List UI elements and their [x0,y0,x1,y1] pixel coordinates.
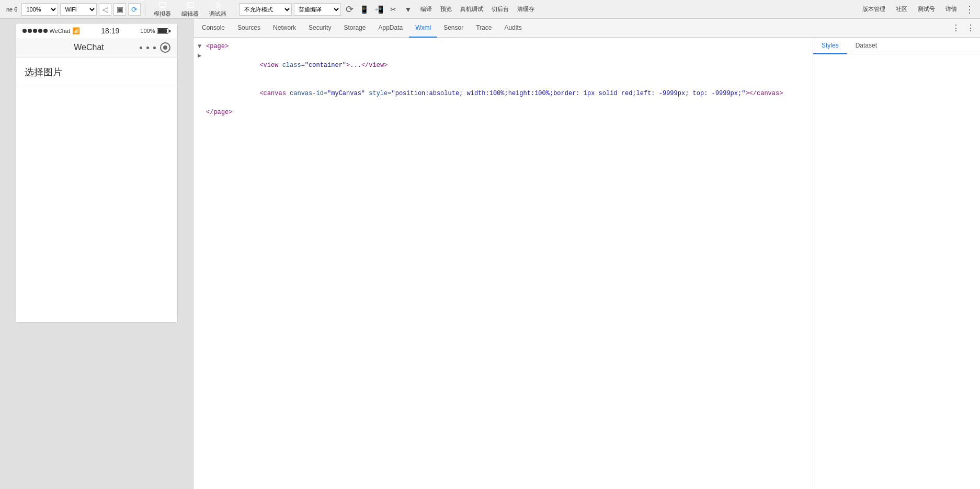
tab-security[interactable]: Security [302,19,337,38]
devtools-tabs-bar: Console Sources Network Security Storage… [193,19,980,38]
wxml-code-editor[interactable]: ▼ <page> ▶ <view class="container">...</… [193,38,813,489]
phone-header-icons [140,42,170,53]
more-options-icon[interactable]: ⋮ [963,3,976,16]
styles-panel: Styles Dataset [813,38,980,489]
refresh-icon[interactable]: ⟳ [128,3,141,16]
toggle-page[interactable]: ▼ [198,42,206,51]
tab-console[interactable]: Console [196,19,231,38]
phone-status-bar: WeChat 📶 18:19 100% [16,24,177,38]
tab-appdata[interactable]: AppData [372,19,409,38]
battery-icon [157,28,170,34]
tab-audits[interactable]: Audits [498,19,528,38]
code-area: ▼ <page> ▶ <view class="container">...</… [193,38,980,489]
fullscreen-icon[interactable]: ▣ [113,3,126,16]
menu-dot-3 [153,46,156,49]
device-icon[interactable]: 📲 [372,3,385,16]
record-button[interactable] [160,42,170,53]
styles-tabs-bar: Styles Dataset [813,38,980,54]
simulator-btn[interactable]: 模拟器 [150,0,175,19]
devtools-panel: Console Sources Network Security Storage… [193,19,980,489]
compile-btn[interactable]: 编译 [416,4,436,14]
detail-btn[interactable]: 详情 [941,4,961,14]
more-icon[interactable]: ▼ [402,3,414,16]
network-select[interactable]: WiFi [60,3,97,16]
tab-sources[interactable]: Sources [231,19,267,38]
code-line-4: </page> [193,108,813,117]
signal-dot-1 [22,29,27,33]
wifi-icon: 📶 [72,27,80,34]
code-line-2: ▶ <view class="container">...</view> [193,51,813,79]
phone-frame: WeChat 📶 18:19 100% WeChat [16,23,178,323]
phone-app-header: WeChat [16,38,177,57]
signal-dot-5 [43,29,48,33]
wechat-brand: WeChat [50,28,71,34]
preview-btn[interactable]: 预览 [436,4,456,14]
editor-label: 编辑器 [181,10,199,18]
code-line-3: <canvas canvas-id="myCanvas" style="posi… [193,79,813,108]
clean-save-btn[interactable]: 清缓存 [513,4,539,14]
signal-dot-3 [33,29,37,33]
tab-wxml[interactable]: Wxml [409,19,437,38]
real-device-btn[interactable]: 真机调试 [456,4,487,14]
sound-off-icon[interactable]: ◁ [99,3,111,16]
devtools-settings-icon[interactable]: ⋮ [949,21,963,36]
status-right: 100% [140,28,170,34]
record-inner [163,45,167,50]
compile-icon[interactable]: ⟳ [343,3,356,16]
phone-content-label: 选择图片 [16,57,177,87]
zoom-select[interactable]: 100% [21,3,58,16]
tab-storage[interactable]: Storage [337,19,372,38]
divider-2 [235,3,235,16]
menu-dot-1 [140,46,142,49]
svg-point-9 [218,6,219,7]
styles-tab-styles[interactable]: Styles [813,38,847,54]
debugger-label: 调试器 [209,10,226,18]
phone-app-title: WeChat [74,43,104,52]
phone-content-body [16,87,177,322]
simulator-label: 模拟器 [154,10,171,18]
tab-sensor[interactable]: Sensor [437,19,470,38]
divider-1 [145,3,145,16]
battery-pct: 100% [140,28,155,34]
simulator-panel: WeChat 📶 18:19 100% WeChat [0,19,193,489]
cut-btn[interactable]: 切后台 [487,4,513,14]
signal-dot-2 [28,29,32,33]
status-time: 18:19 [101,27,119,35]
test-btn[interactable]: 测试号 [914,4,939,14]
mode-select[interactable]: 不允许模式 [240,3,292,16]
editor-icon [185,1,196,9]
code-line-1: ▼ <page> [193,42,813,51]
main-area: WeChat 📶 18:19 100% WeChat [0,19,980,489]
cut-icon[interactable]: ✂ [387,3,400,16]
svg-rect-0 [159,3,166,7]
signal-dots [22,29,48,33]
tab-trace[interactable]: Trace [470,19,498,38]
toggle-view[interactable]: ▶ [198,51,206,79]
menu-dot-2 [146,46,149,49]
zoom-label: ne 6 [4,6,19,13]
editor-btn[interactable]: 编辑器 [177,0,203,19]
status-left: WeChat 📶 [22,27,81,34]
community-btn[interactable]: 社区 [892,4,911,14]
toggle-canvas [198,79,206,108]
phone-icon[interactable]: 📱 [358,3,370,16]
devtools-more-icon[interactable]: ⋮ [963,21,978,36]
styles-content [813,54,980,489]
debugger-icon [213,1,223,9]
debugger-btn[interactable]: 调试器 [205,0,231,19]
tab-network[interactable]: Network [267,19,302,38]
top-toolbar: ne 6 100% WiFi ◁ ▣ ⟳ 模拟器 编辑器 调试器 不允许模式 普… [0,0,980,19]
version-mgmt-btn[interactable]: 版本管理 [858,4,890,14]
styles-tab-dataset[interactable]: Dataset [847,38,885,54]
compiler-select[interactable]: 普通编译 [294,3,341,16]
signal-dot-4 [38,29,42,33]
simulator-icon [157,1,168,9]
